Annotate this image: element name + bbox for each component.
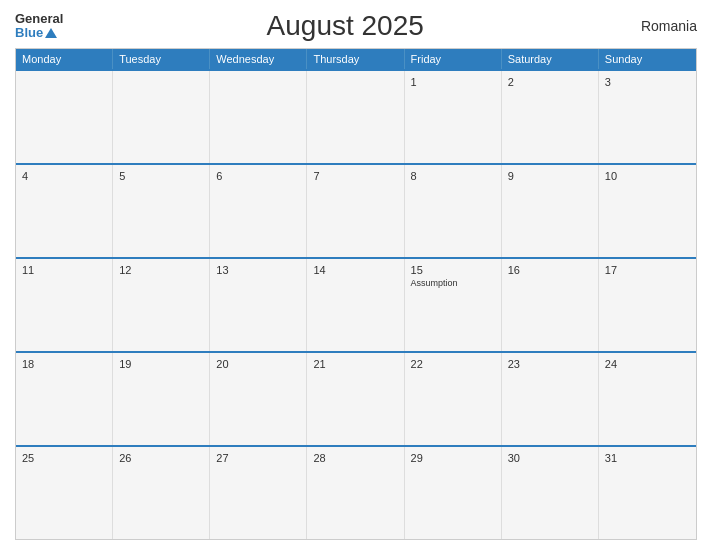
header-tuesday: Tuesday — [113, 49, 210, 69]
logo-blue-text: Blue — [15, 26, 43, 40]
cell-w4-mon: 18 — [16, 353, 113, 445]
week-4: 18 19 20 21 22 23 24 — [16, 351, 696, 445]
cell-w4-sat: 23 — [502, 353, 599, 445]
day-14: 14 — [313, 264, 397, 276]
day-15: 15 — [411, 264, 495, 276]
day-26: 26 — [119, 452, 203, 464]
cell-w3-sat: 16 — [502, 259, 599, 351]
country-label: Romania — [627, 18, 697, 34]
day-12: 12 — [119, 264, 203, 276]
cell-w3-sun: 17 — [599, 259, 696, 351]
logo: General Blue — [15, 12, 63, 41]
day-13: 13 — [216, 264, 300, 276]
day-7: 7 — [313, 170, 397, 182]
day-19: 19 — [119, 358, 203, 370]
day-22: 22 — [411, 358, 495, 370]
day-9: 9 — [508, 170, 592, 182]
day-17: 17 — [605, 264, 690, 276]
header: General Blue August 2025 Romania — [15, 10, 697, 42]
cell-w3-wed: 13 — [210, 259, 307, 351]
day-10: 10 — [605, 170, 690, 182]
cell-w1-sun: 3 — [599, 71, 696, 163]
day-21: 21 — [313, 358, 397, 370]
day-18: 18 — [22, 358, 106, 370]
cell-w4-fri: 22 — [405, 353, 502, 445]
cell-w2-mon: 4 — [16, 165, 113, 257]
cell-w3-fri: 15 Assumption — [405, 259, 502, 351]
cell-w2-sun: 10 — [599, 165, 696, 257]
day-16: 16 — [508, 264, 592, 276]
day-2: 2 — [508, 76, 592, 88]
day-20: 20 — [216, 358, 300, 370]
day-29: 29 — [411, 452, 495, 464]
cell-w1-sat: 2 — [502, 71, 599, 163]
day-31: 31 — [605, 452, 690, 464]
cell-w1-wed — [210, 71, 307, 163]
week-1: 1 2 3 — [16, 69, 696, 163]
logo-general-text: General — [15, 12, 63, 26]
cell-w5-sat: 30 — [502, 447, 599, 539]
header-thursday: Thursday — [307, 49, 404, 69]
cell-w5-thu: 28 — [307, 447, 404, 539]
cell-w5-mon: 25 — [16, 447, 113, 539]
week-3: 11 12 13 14 15 Assumption 16 — [16, 257, 696, 351]
cell-w4-sun: 24 — [599, 353, 696, 445]
cell-w2-sat: 9 — [502, 165, 599, 257]
cell-w2-thu: 7 — [307, 165, 404, 257]
cell-w5-wed: 27 — [210, 447, 307, 539]
cell-w3-mon: 11 — [16, 259, 113, 351]
day-30: 30 — [508, 452, 592, 464]
cell-w2-fri: 8 — [405, 165, 502, 257]
cell-w4-thu: 21 — [307, 353, 404, 445]
logo-triangle-icon — [45, 28, 57, 38]
cell-w4-tue: 19 — [113, 353, 210, 445]
cell-w5-fri: 29 — [405, 447, 502, 539]
page: General Blue August 2025 Romania Monday … — [0, 0, 712, 550]
day-8: 8 — [411, 170, 495, 182]
cell-w1-fri: 1 — [405, 71, 502, 163]
day-1: 1 — [411, 76, 495, 88]
day-27: 27 — [216, 452, 300, 464]
day-5: 5 — [119, 170, 203, 182]
cell-w2-tue: 5 — [113, 165, 210, 257]
day-11: 11 — [22, 264, 106, 276]
calendar-title: August 2025 — [63, 10, 627, 42]
day-28: 28 — [313, 452, 397, 464]
calendar-header: Monday Tuesday Wednesday Thursday Friday… — [16, 49, 696, 69]
day-3: 3 — [605, 76, 690, 88]
event-assumption: Assumption — [411, 278, 495, 288]
cell-w5-tue: 26 — [113, 447, 210, 539]
day-25: 25 — [22, 452, 106, 464]
cell-w2-wed: 6 — [210, 165, 307, 257]
header-friday: Friday — [405, 49, 502, 69]
cell-w4-wed: 20 — [210, 353, 307, 445]
header-monday: Monday — [16, 49, 113, 69]
day-23: 23 — [508, 358, 592, 370]
header-saturday: Saturday — [502, 49, 599, 69]
cell-w3-tue: 12 — [113, 259, 210, 351]
cell-w1-tue — [113, 71, 210, 163]
calendar-body: 1 2 3 4 5 6 — [16, 69, 696, 539]
calendar: Monday Tuesday Wednesday Thursday Friday… — [15, 48, 697, 540]
day-6: 6 — [216, 170, 300, 182]
cell-w5-sun: 31 — [599, 447, 696, 539]
cell-w1-mon — [16, 71, 113, 163]
day-4: 4 — [22, 170, 106, 182]
week-5: 25 26 27 28 29 30 31 — [16, 445, 696, 539]
header-wednesday: Wednesday — [210, 49, 307, 69]
cell-w3-thu: 14 — [307, 259, 404, 351]
header-sunday: Sunday — [599, 49, 696, 69]
day-24: 24 — [605, 358, 690, 370]
cell-w1-thu — [307, 71, 404, 163]
week-2: 4 5 6 7 8 9 10 — [16, 163, 696, 257]
